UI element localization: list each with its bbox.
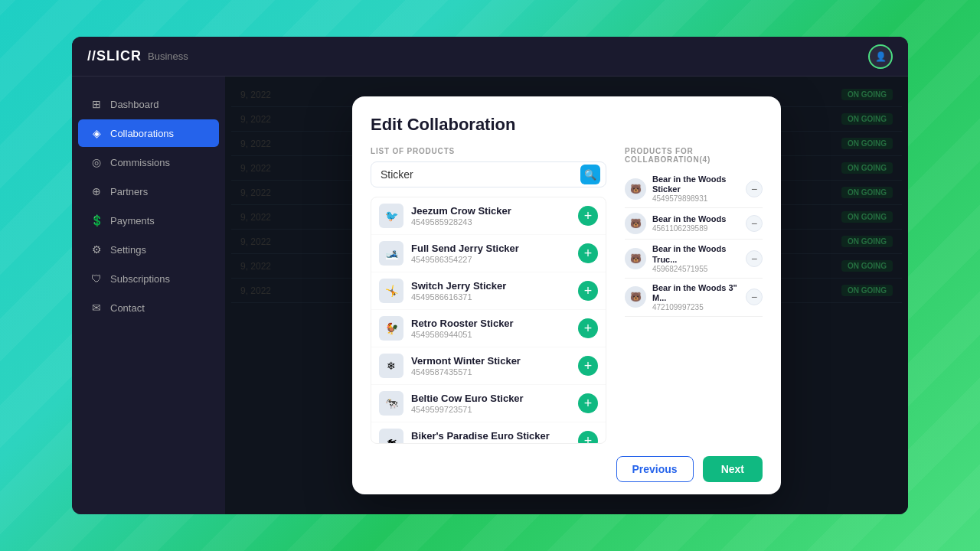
sidebar-item-collaborations[interactable]: ◈ Collaborations xyxy=(78,119,219,147)
sidebar-item-payments[interactable]: 💲 Payments xyxy=(78,207,219,234)
sidebar-item-commissions[interactable]: ◎ Commissions xyxy=(78,148,219,176)
collab-id: 4596824571955 xyxy=(652,265,740,273)
remove-product-button[interactable]: − xyxy=(746,289,763,305)
product-id: 4549586616371 xyxy=(411,292,570,302)
sidebar-item-dashboard[interactable]: ⊞ Dashboard xyxy=(78,90,219,118)
list-item: 🐄 Beltie Cow Euro Sticker 4549599723571 … xyxy=(371,385,606,422)
collab-thumbnail: 🐻 xyxy=(625,248,646,269)
product-info: Beltie Cow Euro Sticker 4549599723571 xyxy=(411,393,570,415)
add-product-button[interactable]: + xyxy=(578,356,598,376)
sidebar-item-label: Dashboard xyxy=(110,99,159,110)
collab-name: Bear in the Woods 3" M... xyxy=(652,283,740,303)
add-product-button[interactable]: + xyxy=(578,206,598,226)
add-product-button[interactable]: + xyxy=(578,243,598,263)
list-item: 🤸 Switch Jerry Sticker 4549586616371 + xyxy=(371,272,606,310)
sidebar-item-subscriptions[interactable]: 🛡 Subscriptions xyxy=(78,265,219,292)
search-icon: 🔍 xyxy=(584,169,596,181)
product-thumbnail: 🏍 xyxy=(379,429,403,444)
search-button[interactable]: 🔍 xyxy=(580,165,600,184)
topbar: //SLICR Business 👤 xyxy=(72,37,908,77)
product-info: Vermont Winter Sticker 4549587435571 xyxy=(411,355,570,377)
collab-info: Bear in the Woods 3" M... 472109997235 xyxy=(652,283,740,311)
collab-thumbnail: 🐻 xyxy=(625,178,646,200)
collab-thumbnail: 🐻 xyxy=(625,286,646,308)
commissions-icon: ◎ xyxy=(90,156,103,168)
left-panel: LIST OF PRODUCTS 🔍 🐦 Jeezum Crow St xyxy=(371,147,606,444)
next-button[interactable]: Next xyxy=(703,456,763,482)
remove-product-button[interactable]: − xyxy=(746,181,763,197)
avatar[interactable]: 👤 xyxy=(868,44,893,69)
collab-name: Bear in the Woods Truc... xyxy=(652,244,740,264)
product-list[interactable]: 🐦 Jeezum Crow Sticker 4549585928243 + 🎿 … xyxy=(371,197,606,444)
product-id: 4549587435571 xyxy=(411,367,570,377)
contact-icon: ✉ xyxy=(90,302,103,314)
list-item: 🐻 Bear in the Woods Truc... 459682457195… xyxy=(625,240,763,278)
edit-collaboration-modal: Edit Collaboration LIST OF PRODUCTS 🔍 xyxy=(352,96,781,494)
modal-title: Edit Collaboration xyxy=(371,115,763,135)
remove-product-button[interactable]: − xyxy=(746,250,763,267)
sidebar-item-label: Commissions xyxy=(110,157,170,168)
list-item: 🐦 Jeezum Crow Sticker 4549585928243 + xyxy=(371,197,606,235)
product-name: Full Send Jerry Sticker xyxy=(411,243,570,256)
product-id: 4549586944051 xyxy=(411,330,570,339)
product-thumbnail: 🎿 xyxy=(379,241,403,266)
list-item: 🐓 Retro Rooster Sticker 4549586944051 + xyxy=(371,310,606,347)
list-item: 🎿 Full Send Jerry Sticker 4549586354227 … xyxy=(371,235,606,272)
product-name: Biker's Paradise Euro Sticker xyxy=(411,430,570,443)
collab-thumbnail: 🐻 xyxy=(625,213,646,234)
list-item: 🐻 Bear in the Woods Sticker 454957989893… xyxy=(625,170,763,208)
add-product-button[interactable]: + xyxy=(578,281,598,301)
previous-button[interactable]: Previous xyxy=(616,456,694,482)
modal-footer: Previous Next xyxy=(352,444,781,494)
collab-name: Bear in the Woods Sticker xyxy=(652,174,740,194)
right-panel-label: PRODUCTS FOR COLLABORATION(4) xyxy=(625,147,763,164)
sidebar: ⊞ Dashboard ◈ Collaborations ◎ Commissio… xyxy=(72,77,225,514)
remove-product-button[interactable]: − xyxy=(746,215,763,232)
add-product-button[interactable]: + xyxy=(578,431,598,444)
sidebar-item-partners[interactable]: ⊕ Partners xyxy=(78,178,219,205)
product-id: 4549586354227 xyxy=(411,255,570,264)
product-info: Biker's Paradise Euro Sticker 4549600280… xyxy=(411,430,570,444)
collab-id: 4549579898931 xyxy=(652,194,740,203)
search-input[interactable] xyxy=(371,161,606,187)
list-item: 🏍 Biker's Paradise Euro Sticker 45496002… xyxy=(371,422,606,444)
app-container: //SLICR Business 👤 ⊞ Dashboard ◈ Collabo… xyxy=(72,37,908,514)
product-info: Retro Rooster Sticker 4549586944051 xyxy=(411,318,570,340)
product-name: Vermont Winter Sticker xyxy=(411,355,570,368)
collab-id: 472109997235 xyxy=(652,303,740,311)
product-name: Jeezum Crow Sticker xyxy=(411,205,570,218)
list-item: 🐻 Bear in the Woods 3" M... 472109997235… xyxy=(625,279,763,317)
right-panel: PRODUCTS FOR COLLABORATION(4) 🐻 Bear in … xyxy=(625,147,763,444)
product-name: Retro Rooster Sticker xyxy=(411,318,570,331)
collab-name: Bear in the Woods xyxy=(652,214,740,224)
product-thumbnail: 🐄 xyxy=(379,391,403,416)
product-thumbnail: 🐓 xyxy=(379,316,403,341)
modal-body: LIST OF PRODUCTS 🔍 🐦 Jeezum Crow St xyxy=(352,147,781,444)
left-panel-label: LIST OF PRODUCTS xyxy=(371,147,606,155)
product-info: Full Send Jerry Sticker 4549586354227 xyxy=(411,243,570,265)
sidebar-item-label: Contact xyxy=(110,302,145,314)
sidebar-item-label: Subscriptions xyxy=(110,273,170,285)
sidebar-item-label: Collaborations xyxy=(110,128,174,139)
add-product-button[interactable]: + xyxy=(578,393,598,413)
main-content: 9, 2022 ON GOING 9, 2022 ON GOING 9, 202… xyxy=(225,77,908,514)
sidebar-item-label: Settings xyxy=(110,244,146,256)
collab-info: Bear in the Woods Sticker 4549579898931 xyxy=(652,174,740,203)
collaboration-list: 🐻 Bear in the Woods Sticker 454957989893… xyxy=(625,170,763,444)
sidebar-item-contact[interactable]: ✉ Contact xyxy=(78,294,219,321)
sidebar-item-label: Partners xyxy=(110,186,148,197)
collaborations-icon: ◈ xyxy=(90,127,103,139)
product-thumbnail: 🐦 xyxy=(379,204,403,228)
list-item: ❄ Vermont Winter Sticker 4549587435571 + xyxy=(371,347,606,385)
product-info: Switch Jerry Sticker 4549586616371 xyxy=(411,280,570,302)
settings-icon: ⚙ xyxy=(90,243,103,256)
collab-info: Bear in the Woods 4561106239589 xyxy=(652,214,740,233)
product-id: 4549599723571 xyxy=(411,405,570,414)
product-name: Switch Jerry Sticker xyxy=(411,280,570,293)
add-product-button[interactable]: + xyxy=(578,318,598,338)
collab-id: 4561106239589 xyxy=(652,224,740,233)
dashboard-icon: ⊞ xyxy=(90,98,103,110)
modal-header: Edit Collaboration xyxy=(352,96,781,147)
sidebar-item-settings[interactable]: ⚙ Settings xyxy=(78,236,219,263)
app-body: ⊞ Dashboard ◈ Collaborations ◎ Commissio… xyxy=(72,77,908,514)
